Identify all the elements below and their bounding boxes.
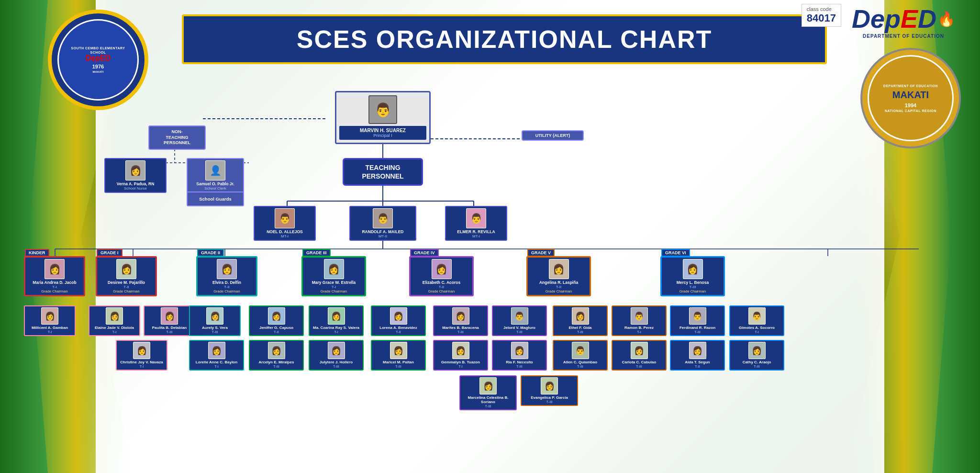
- grade5-teacher-4: 👩 Carlota C. Cabulao T-III: [612, 340, 667, 371]
- grade1-chairman-box: 👩 Desiree M. Pajarillo T-II Grade Chairm…: [96, 256, 157, 296]
- class-code-box: class code 84017: [802, 4, 841, 27]
- kinder-teacher-1: 👩 Millicent A. Gamban T-I: [24, 305, 76, 336]
- grade1-teacher-1: 👩 Elaine Jade V. Diolola T-I: [89, 305, 140, 336]
- clerk-role: School Clerk: [189, 186, 242, 191]
- non-teaching-label: NON-TEACHINGPERSONNEL: [154, 129, 200, 146]
- makati-label: MAKATI: [892, 90, 929, 101]
- nurse-role: School Nurse: [107, 186, 164, 191]
- grade4-teacher-3: 👩 Gemmalyn B. Tuazon T-I: [433, 340, 488, 371]
- grade5-teacher-5: 👩 Evangelica P. Garcia T-III: [521, 375, 578, 406]
- class-code-label: class code: [807, 6, 836, 12]
- mt-revilla-box: 👨 ELMER R. REVILLA MT-I: [445, 206, 507, 241]
- grade6-label: GRADE VI: [661, 249, 690, 257]
- grade5-chairman-box: 👩 Angelina R. Laspiña T-II Grade Chairma…: [526, 256, 591, 296]
- grade4-teacher-5: 👩 Marcelina Celestina B. Soriano T-III: [459, 375, 517, 410]
- grade6-teacher-3: 👨 Gimotes A. Socorro T-I: [729, 305, 784, 336]
- teaching-personnel-box: TEACHINGPERSONNEL: [343, 158, 423, 186]
- clerk-name: Samuel O. Pablo Jr.: [189, 181, 242, 186]
- grade2-chairman-name: Elvira D. Delfin: [199, 280, 255, 285]
- nurse-name: Verna A. Padua, RN: [107, 181, 164, 186]
- makati-logo: DEPARTMENT OF EDUCATION MAKATI 1994 NATI…: [860, 48, 966, 153]
- grade4-label: GRADE IV: [410, 249, 439, 257]
- grade1-teacher-2: 👩 Paulita B. Detabian T-III: [144, 305, 195, 336]
- grade2-teacher-2: 👩 Lorelie Anne C. Baylon T-I: [189, 340, 244, 371]
- school-guards-box: School Guards: [187, 191, 244, 206]
- page-title: SCES ORGANIZATIONAL CHART: [193, 25, 815, 54]
- grade3-teacher-2: 👩 Arcelyn E. Miralpes T-III: [249, 340, 304, 371]
- grade4-teacher-4: 👩 Ria F. Necesito T-III: [492, 340, 547, 371]
- mt1-name: NOEL D. ALLEJOS: [256, 229, 313, 234]
- grade3-chairman-name: Mary Grace W. Estrella: [304, 280, 363, 285]
- grade4-chairman-box: 👩 Elizabeth C. Acoros T-II Grade Chairma…: [409, 256, 474, 296]
- grade3-teacher-5: 👩 Lorena A. Benavidez T-II: [371, 305, 426, 336]
- grade2-chairman-box: 👩 Elvira D. Delfin T-II Grade Chairman: [196, 256, 257, 296]
- main-container: SCES ORGANIZATIONAL CHART class code 840…: [0, 0, 980, 473]
- mt-mailed-box: 👨 RANDOLF A. MAILED MT-II: [349, 206, 416, 241]
- title-box: SCES ORGANIZATIONAL CHART: [182, 14, 827, 64]
- grade2-label: GRADE II: [197, 249, 224, 257]
- teaching-personnel-label: TEACHINGPERSONNEL: [352, 163, 414, 180]
- grade6-teacher-2: 👩 Aida T. Segun T-II: [670, 340, 725, 371]
- makati-year: 1994: [905, 102, 916, 108]
- grade1-teacher-3: 👩 Christine Joy V. Navaza T-I: [116, 340, 167, 371]
- grade6-teacher-1: 👨 Ferdinand R. Razon T-III: [670, 305, 725, 336]
- principal-name: MARVIN H. SUAREZ: [341, 128, 424, 133]
- makati-sub2: NATIONAL CAPITAL REGION: [885, 109, 936, 113]
- mt3-role: MT-I: [447, 234, 505, 238]
- grade5-teacher-2: 👨 Allen C. Quiambao T-III: [553, 340, 608, 371]
- mt2-name: RANDOLF A. MAILED: [352, 229, 414, 234]
- grade3-teacher-1: 👩 Jeniffer G. Capuso T-II: [249, 305, 304, 336]
- grade5-teacher-1: 👩 Ethel F. Gida T-III: [553, 305, 608, 336]
- grade3-teacher-3: 👩 Ma. Czarina Ray S. Valera T-I: [309, 305, 364, 336]
- grade3-chairman-box: 👩 Mary Grace W. Estrella T-I Grade Chair…: [301, 256, 366, 296]
- utility-box: UTILITY (ALERT): [522, 130, 584, 141]
- grade3-label: GRADE III: [302, 249, 331, 257]
- school-clerk-box: 👤 Samuel O. Pablo Jr. School Clerk: [187, 158, 244, 193]
- grade3-teacher-6: 👩 Maricel M. Paitan T-III: [371, 340, 426, 371]
- utility-label: UTILITY (ALERT): [526, 133, 579, 138]
- grade3-teacher-4: 👩 Julytere J. Hollero T-III: [309, 340, 364, 371]
- grade1-chairman-name: Desiree M. Pajarillo: [99, 280, 154, 285]
- makati-sub1: DEPARTMENT OF EDUCATION: [883, 84, 938, 88]
- class-code-number: 84017: [807, 12, 836, 24]
- grade5-chairman-name: Angelina R. Laspiña: [529, 280, 588, 285]
- grade6-chairman-box: 👩 Mercy L. Benosa T-III Grade Chairman: [660, 256, 725, 296]
- school-nurse-box: 👩 Verna A. Padua, RN School Nurse: [104, 158, 167, 193]
- deped-subtitle: DEPARTMENT OF EDUCATION: [836, 34, 970, 39]
- grade4-teacher-2: 👨 Jelord V. Magturo T-III: [492, 305, 547, 336]
- grade6-teacher-4: 👩 Cathy C. Araojo T-III: [729, 340, 784, 371]
- grade4-chairman-name: Elizabeth C. Acoros: [412, 280, 471, 285]
- grade5-label: GRADE V: [527, 249, 555, 257]
- grade6-chairman-name: Mercy L. Benosa: [663, 280, 722, 285]
- deped-logo: De p E D 🔥 DEPARTMENT OF EDUCATION: [836, 4, 970, 39]
- kinder-chairman-box: 👩 Maria Andrea D. Jacob T-I Grade Chairm…: [24, 256, 85, 296]
- non-teaching-box: NON-TEACHINGPERSONNEL: [148, 125, 206, 150]
- principal-container: 👨 MARVIN H. SUAREZ Principal I: [335, 91, 431, 144]
- mt2-role: MT-II: [352, 234, 414, 238]
- mt1-role: MT-I: [256, 234, 313, 238]
- school-logo: SOUTH CEMBO ELEMENTARY SCHOOL DepED 1976…: [48, 10, 153, 115]
- principal-role: Principal I: [341, 133, 424, 138]
- grade5-teacher-3: 👨 Ramon B. Perez T-I: [612, 305, 667, 336]
- mt3-name: ELMER R. REVILLA: [447, 229, 505, 234]
- grade2-teacher-1: 👩 Aurely S. Vera T-III: [189, 305, 241, 336]
- mt-allejos-box: 👨 NOEL D. ALLEJOS MT-I: [254, 206, 316, 241]
- school-guards-label: School Guards: [189, 196, 241, 202]
- kinder-label: KINDER: [25, 249, 49, 257]
- kinder-chairman-name: Maria Andrea D. Jacob: [27, 280, 82, 285]
- grade4-teacher-1: 👩 Marites B. Baracena T-III: [433, 305, 488, 336]
- grade1-label: GRADE I: [97, 249, 122, 257]
